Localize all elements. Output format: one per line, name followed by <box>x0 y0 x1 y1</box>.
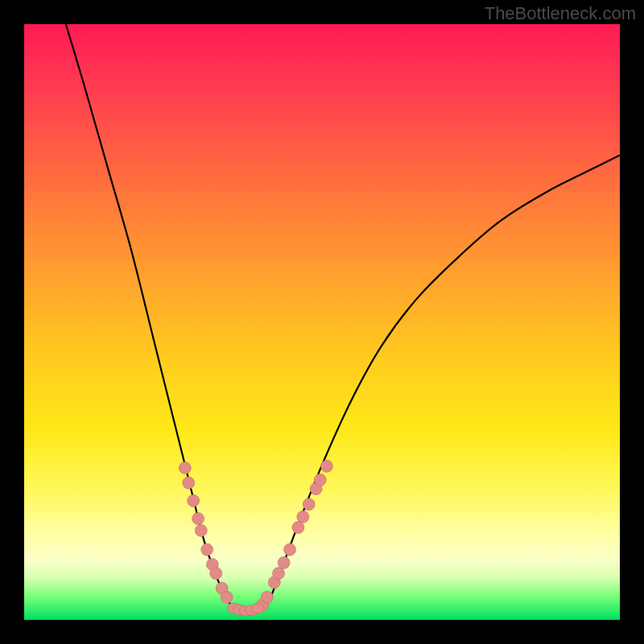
bead-right <box>314 474 326 486</box>
bead-layer <box>179 460 332 616</box>
bead-right <box>303 498 315 510</box>
bead-right <box>261 591 273 603</box>
bead-right <box>278 556 290 568</box>
bead-left <box>221 591 233 603</box>
curve-layer <box>66 24 620 612</box>
chart-svg <box>24 24 620 620</box>
bead-left <box>183 477 195 489</box>
bead-left <box>195 525 207 537</box>
bead-left <box>192 513 204 525</box>
bead-floor <box>251 604 264 613</box>
bead-right <box>297 510 309 522</box>
bead-left <box>188 495 200 507</box>
bead-left <box>210 568 222 580</box>
bead-right <box>292 522 304 534</box>
bead-right <box>284 543 296 555</box>
bead-right <box>272 568 284 580</box>
bead-left <box>179 462 191 474</box>
bead-right <box>320 460 332 473</box>
watermark-text: TheBottleneck.com <box>485 3 636 24</box>
bottleneck-curve <box>66 24 620 612</box>
bead-left <box>201 543 213 555</box>
plot-area <box>24 24 620 620</box>
outer-frame: TheBottleneck.com <box>0 0 644 644</box>
